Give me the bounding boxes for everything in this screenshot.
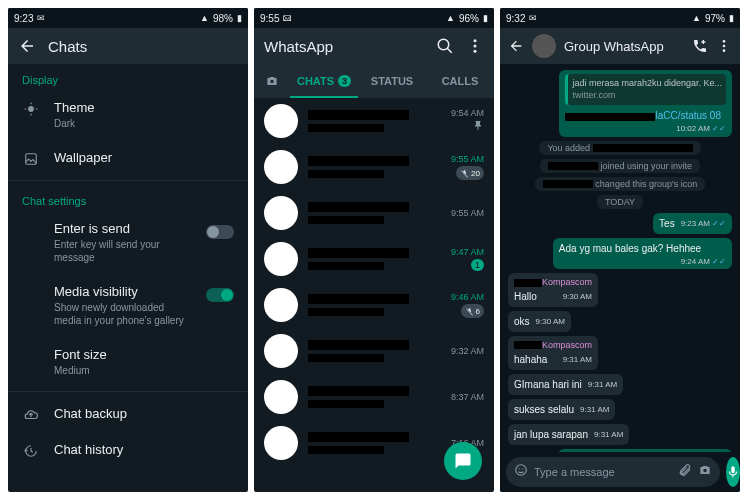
link-preview: jadi merasa marah2ku didengar. Ke... twi… bbox=[565, 74, 726, 105]
svg-rect-5 bbox=[26, 154, 37, 165]
font-size-row[interactable]: Font size Medium bbox=[8, 337, 248, 387]
group-avatar[interactable] bbox=[532, 34, 556, 58]
chat-row[interactable]: 9:55 AM20 bbox=[254, 144, 494, 190]
wallpaper-row[interactable]: Wallpaper bbox=[8, 140, 248, 176]
tab-calls[interactable]: CALLS bbox=[426, 64, 494, 98]
outgoing-message[interactable]: Wkwkk makasih gaes 😘9:31 AM✓✓ bbox=[558, 449, 732, 452]
chat-time: 8:37 AM bbox=[451, 392, 484, 402]
chat-history-row[interactable]: Chat history bbox=[8, 432, 248, 468]
overflow-menu-icon[interactable] bbox=[466, 37, 484, 55]
message-preview-redacted bbox=[308, 262, 384, 270]
incoming-message[interactable]: KompascomHallo9:30 AM bbox=[508, 273, 598, 307]
chat-time: 9:55 AM bbox=[451, 208, 484, 218]
wifi-icon: ▲ bbox=[446, 13, 455, 23]
overflow-menu-icon[interactable] bbox=[716, 38, 732, 54]
message-input[interactable] bbox=[534, 466, 672, 478]
contact-name-redacted bbox=[308, 294, 409, 304]
group-title[interactable]: Group WhatsApp bbox=[564, 39, 664, 54]
status-bar: 9:23✉ ▲98%▮ bbox=[8, 8, 248, 28]
group-chat-screen: 9:32✉ ▲97%▮ Group WhatsApp jadi merasa m… bbox=[500, 8, 740, 492]
incoming-message[interactable]: Kompascomhahaha9:31 AM bbox=[508, 336, 598, 370]
media-vis-toggle[interactable] bbox=[206, 288, 234, 302]
svg-point-15 bbox=[516, 465, 527, 476]
system-message: changed this group's icon bbox=[535, 177, 705, 191]
contact-name-redacted bbox=[308, 156, 409, 166]
outgoing-message[interactable]: Ada yg mau bales gak? Hehhee9:24 AM✓✓ bbox=[553, 238, 732, 269]
svg-point-11 bbox=[270, 80, 274, 84]
page-title: Chats bbox=[48, 38, 87, 55]
avatar bbox=[264, 242, 298, 276]
enter-is-send-row[interactable]: Enter is send Enter key will send your m… bbox=[8, 211, 248, 274]
chat-row[interactable]: 9:47 AM1 bbox=[254, 236, 494, 282]
wifi-icon: ▲ bbox=[692, 13, 701, 23]
svg-point-0 bbox=[28, 106, 34, 112]
attach-icon[interactable] bbox=[678, 463, 692, 481]
chat-row[interactable]: 9:46 AM6 bbox=[254, 282, 494, 328]
incoming-message[interactable]: GImana hari ini9:31 AM bbox=[508, 374, 623, 395]
wallpaper-label: Wallpaper bbox=[54, 150, 234, 165]
camera-icon[interactable] bbox=[698, 463, 712, 481]
contact-name-redacted bbox=[308, 110, 409, 120]
font-size-label: Font size bbox=[54, 347, 234, 362]
chat-row[interactable]: 8:37 AM bbox=[254, 374, 494, 420]
battery-pct: 96% bbox=[459, 13, 479, 24]
add-call-icon[interactable] bbox=[692, 38, 708, 54]
contact-name-redacted bbox=[308, 340, 409, 350]
message-preview-redacted bbox=[308, 124, 384, 132]
camera-tab[interactable] bbox=[254, 64, 290, 98]
avatar bbox=[264, 196, 298, 230]
chat-history-label: Chat history bbox=[54, 442, 234, 457]
new-chat-fab[interactable] bbox=[444, 442, 482, 480]
theme-icon bbox=[22, 100, 40, 116]
back-icon[interactable] bbox=[508, 38, 524, 54]
avatar bbox=[264, 150, 298, 184]
wifi-icon: ▲ bbox=[200, 13, 209, 23]
svg-point-8 bbox=[474, 39, 477, 42]
theme-row[interactable]: Theme Dark bbox=[8, 90, 248, 140]
tab-chats[interactable]: CHATS3 bbox=[290, 64, 358, 98]
theme-label: Theme bbox=[54, 100, 234, 115]
font-size-value: Medium bbox=[54, 364, 234, 377]
tab-status[interactable]: STATUS bbox=[358, 64, 426, 98]
outgoing-message[interactable]: jadi merasa marah2ku didengar. Ke... twi… bbox=[559, 70, 732, 137]
incoming-message[interactable]: jan lupa sarapan9:31 AM bbox=[508, 424, 629, 445]
divider bbox=[8, 180, 248, 181]
back-icon[interactable] bbox=[18, 37, 36, 55]
incoming-message[interactable]: oks9:30 AM bbox=[508, 311, 571, 332]
enter-send-desc: Enter key will send your message bbox=[54, 238, 192, 264]
chat-row[interactable]: 9:55 AM bbox=[254, 190, 494, 236]
message-preview-redacted bbox=[308, 446, 384, 454]
chats-list-screen: 9:55🖂 ▲96%▮ WhatsApp CHATS3 STATUS CALLS… bbox=[254, 8, 494, 492]
message-preview-redacted bbox=[308, 170, 384, 178]
cloud-icon bbox=[22, 406, 40, 422]
avatar bbox=[264, 104, 298, 138]
chat-row[interactable]: 9:32 AM bbox=[254, 328, 494, 374]
svg-point-12 bbox=[723, 40, 726, 43]
svg-point-16 bbox=[519, 468, 520, 469]
mic-button[interactable] bbox=[726, 457, 740, 487]
system-message: You added bbox=[539, 141, 700, 155]
emoji-icon[interactable] bbox=[514, 463, 528, 481]
chat-time: 9:46 AM bbox=[451, 292, 484, 302]
contact-name-redacted bbox=[308, 432, 409, 442]
media-vis-label: Media visibility bbox=[54, 284, 192, 299]
app-bar: Chats bbox=[8, 28, 248, 64]
sender-name: Kompascom bbox=[514, 277, 592, 289]
divider bbox=[8, 391, 248, 392]
chat-row[interactable]: 9:54 AM bbox=[254, 98, 494, 144]
outgoing-message[interactable]: Tes9:23 AM✓✓ bbox=[653, 213, 732, 234]
unread-badge: 3 bbox=[338, 75, 351, 87]
avatar bbox=[264, 334, 298, 368]
chat-backup-row[interactable]: Chat backup bbox=[8, 396, 248, 432]
svg-point-10 bbox=[474, 50, 477, 53]
media-visibility-row[interactable]: Media visibility Show newly downloaded m… bbox=[8, 274, 248, 337]
svg-point-6 bbox=[438, 39, 449, 50]
svg-point-9 bbox=[474, 45, 477, 48]
unread-count: 1 bbox=[471, 259, 484, 271]
theme-value: Dark bbox=[54, 117, 234, 130]
search-icon[interactable] bbox=[436, 37, 454, 55]
incoming-message[interactable]: sukses selalu9:31 AM bbox=[508, 399, 615, 420]
enter-send-toggle[interactable] bbox=[206, 225, 234, 239]
date-chip: TODAY bbox=[597, 195, 643, 209]
clock: 9:23 bbox=[14, 13, 33, 24]
